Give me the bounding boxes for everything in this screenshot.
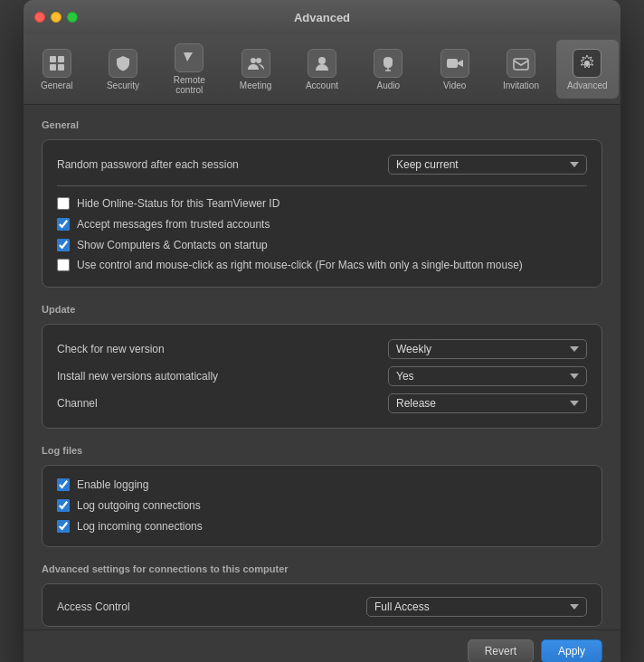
toolbar-item-meeting[interactable]: Meeting <box>224 40 287 99</box>
divider-1 <box>57 185 587 186</box>
toolbar-item-advanced[interactable]: Advanced <box>556 40 619 99</box>
invitation-icon <box>507 49 535 78</box>
maximize-button[interactable] <box>67 12 78 23</box>
use-control-checkbox[interactable] <box>57 259 70 271</box>
toolbar: General Security Remote control <box>24 34 620 105</box>
use-control-row: Use control and mouse-click as right mou… <box>57 255 587 276</box>
general-section-box: Random password after each session Keep … <box>42 139 602 288</box>
toolbar-item-account[interactable]: Account <box>290 40 353 99</box>
show-computers-row: Show Computers & Contacts on startup <box>57 235 587 256</box>
show-computers-label: Show Computers & Contacts on startup <box>77 238 268 253</box>
toolbar-item-audio[interactable]: Audio <box>357 40 420 99</box>
advanced-settings-box: Access Control Full Access Confirm all V… <box>42 583 602 627</box>
advanced-icon <box>573 49 601 78</box>
title-bar: Advanced <box>24 0 620 34</box>
update-section-box: Check for new version Weekly Daily Month… <box>42 324 602 429</box>
remote-control-icon <box>175 43 204 72</box>
toolbar-item-remote-control[interactable]: Remote control <box>158 40 221 99</box>
log-outgoing-checkbox[interactable] <box>57 499 70 512</box>
security-label: Security <box>107 80 139 90</box>
access-control-label: Access Control <box>57 601 366 613</box>
check-version-dropdown[interactable]: Weekly Daily Monthly Never <box>388 339 587 359</box>
install-auto-dropdown[interactable]: Yes No <box>388 366 587 386</box>
show-computers-checkbox[interactable] <box>57 239 70 251</box>
update-section: Update Check for new version Weekly Dail… <box>42 304 602 429</box>
random-password-label: Random password after each session <box>57 158 388 171</box>
revert-button[interactable]: Revert <box>468 639 534 662</box>
log-incoming-row: Log incoming connections <box>57 516 587 537</box>
log-incoming-checkbox[interactable] <box>57 520 70 533</box>
audio-icon <box>374 49 402 78</box>
account-icon <box>308 49 336 78</box>
video-label: Video <box>443 80 466 90</box>
check-version-row: Check for new version Weekly Daily Month… <box>57 336 587 363</box>
account-label: Account <box>306 80 338 90</box>
svg-rect-0 <box>50 56 56 62</box>
log-files-title: Log files <box>42 445 602 456</box>
log-incoming-label: Log incoming connections <box>77 519 203 534</box>
check-version-label: Check for new version <box>57 343 388 355</box>
advanced-settings-title: Advanced settings for connections to thi… <box>42 563 602 574</box>
footer: Revert Apply <box>24 629 620 662</box>
general-section: General Random password after each sessi… <box>42 119 602 288</box>
meeting-icon <box>242 49 270 78</box>
channel-dropdown[interactable]: Release Preview <box>388 393 587 413</box>
advanced-label: Advanced <box>567 80 607 90</box>
accept-messages-label: Accept messages from trusted accounts <box>77 217 270 232</box>
general-label: General <box>41 80 73 90</box>
random-password-dropdown[interactable]: Keep current Generate new Deactivate <box>388 155 587 175</box>
svg-rect-1 <box>58 56 64 62</box>
log-outgoing-label: Log outgoing connections <box>77 498 201 514</box>
enable-logging-row: Enable logging <box>57 475 587 496</box>
accept-messages-checkbox[interactable] <box>57 218 70 231</box>
svg-point-4 <box>251 58 256 63</box>
audio-label: Audio <box>377 80 401 90</box>
channel-label: Channel <box>57 397 388 410</box>
toolbar-item-security[interactable]: Security <box>91 40 154 99</box>
svg-rect-9 <box>447 59 458 68</box>
install-auto-label: Install new versions automatically <box>57 370 388 383</box>
access-control-row: Access Control Full Access Confirm all V… <box>57 593 587 620</box>
content-area: General Random password after each sessi… <box>24 105 620 629</box>
advanced-settings-section: Advanced settings for connections to thi… <box>42 563 602 627</box>
video-icon <box>440 49 469 78</box>
toolbar-item-general[interactable]: General <box>25 40 88 99</box>
general-section-title: General <box>42 119 602 130</box>
svg-rect-3 <box>58 64 64 71</box>
window-title: Advanced <box>294 11 350 24</box>
traffic-lights <box>34 12 78 23</box>
toolbar-item-invitation[interactable]: Invitation <box>489 40 552 99</box>
enable-logging-checkbox[interactable] <box>57 478 70 491</box>
general-icon <box>43 49 71 78</box>
svg-point-6 <box>318 57 326 64</box>
use-control-label: Use control and mouse-click as right mou… <box>77 258 523 273</box>
channel-row: Channel Release Preview <box>57 390 587 417</box>
hide-online-status-checkbox[interactable] <box>57 197 70 210</box>
random-password-row: Random password after each session Keep … <box>57 151 587 178</box>
enable-logging-label: Enable logging <box>77 478 148 493</box>
close-button[interactable] <box>34 12 45 23</box>
toolbar-item-video[interactable]: Video <box>423 40 486 99</box>
log-files-section: Log files Enable logging Log outgoing co… <box>42 445 602 546</box>
accept-messages-row: Accept messages from trusted accounts <box>57 214 587 235</box>
apply-button[interactable]: Apply <box>541 639 602 662</box>
hide-online-status-row: Hide Online-Status for this TeamViewer I… <box>57 194 587 214</box>
svg-rect-2 <box>50 64 56 71</box>
hide-online-status-label: Hide Online-Status for this TeamViewer I… <box>77 196 279 212</box>
update-section-title: Update <box>42 304 602 315</box>
svg-point-5 <box>256 58 261 63</box>
log-files-box: Enable logging Log outgoing connections … <box>42 465 602 546</box>
meeting-label: Meeting <box>240 80 272 90</box>
access-control-dropdown[interactable]: Full Access Confirm all View and Show Cu… <box>366 597 587 617</box>
remote-control-label: Remote control <box>162 75 217 95</box>
svg-rect-10 <box>514 59 528 70</box>
main-window: Advanced General Security <box>24 0 620 662</box>
log-outgoing-row: Log outgoing connections <box>57 496 587 516</box>
invitation-label: Invitation <box>503 80 539 90</box>
minimize-button[interactable] <box>51 12 62 23</box>
security-icon <box>109 49 137 78</box>
install-auto-row: Install new versions automatically Yes N… <box>57 363 587 390</box>
